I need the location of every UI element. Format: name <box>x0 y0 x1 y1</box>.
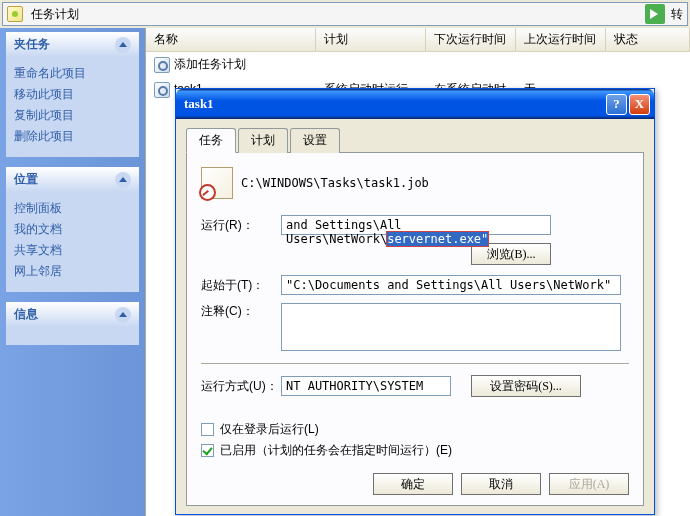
task-scheduler-icon <box>7 6 23 22</box>
comment-label: 注释(C)： <box>201 303 281 320</box>
side-panel: 夹任务 重命名此项目 移动此项目 复制此项目 删除此项目 位置 控制面板 我的文… <box>0 28 145 516</box>
tab-pane-task: C:\WINDOWS\Tasks\task1.job 运行(R)： and Se… <box>186 153 644 506</box>
tab-settings[interactable]: 设置 <box>290 128 340 153</box>
tab-task[interactable]: 任务 <box>186 128 236 153</box>
help-button[interactable]: ? <box>606 94 627 115</box>
dialog-titlebar[interactable]: task1 ? X <box>176 89 654 119</box>
side-group-info: 信息 <box>6 302 139 345</box>
col-state[interactable]: 状态 <box>606 28 690 51</box>
enabled-label: 已启用（计划的任务会在指定时间运行）(E) <box>220 442 452 459</box>
side-title: 位置 <box>14 171 38 188</box>
run-input[interactable]: and Settings\All Users\NetWork\servernet… <box>281 215 551 235</box>
tab-strip: 任务 计划 设置 <box>186 127 644 153</box>
task-properties-dialog: task1 ? X 任务 计划 设置 C:\WINDOWS\Tasks\task… <box>175 88 655 515</box>
only-login-checkbox[interactable] <box>201 423 214 436</box>
job-file-icon <box>201 167 233 199</box>
sidebar-item-copy[interactable]: 复制此项目 <box>14 105 131 126</box>
dialog-title: task1 <box>184 96 604 112</box>
close-button[interactable]: X <box>629 94 650 115</box>
task-icon <box>154 82 170 98</box>
address-bar: 任务计划 转 <box>2 2 688 26</box>
column-headers: 名称 计划 下次运行时间 上次运行时间 状态 <box>146 28 690 52</box>
enabled-checkbox[interactable] <box>201 444 214 457</box>
run-label: 运行(R)： <box>201 217 281 234</box>
side-title: 夹任务 <box>14 36 50 53</box>
side-group-places: 位置 控制面板 我的文档 共享文档 网上邻居 <box>6 167 139 292</box>
startin-label: 起始于(T)： <box>201 277 281 294</box>
set-password-button[interactable]: 设置密码(S)... <box>471 375 581 397</box>
col-name[interactable]: 名称 <box>146 28 316 51</box>
browse-button[interactable]: 浏览(B)... <box>471 243 551 265</box>
list-item-add[interactable]: 添加任务计划 <box>146 52 690 77</box>
startin-input[interactable] <box>281 275 621 295</box>
side-title: 信息 <box>14 306 38 323</box>
go-label: 转 <box>671 6 683 23</box>
comment-input[interactable] <box>281 303 621 351</box>
sidebar-item-delete[interactable]: 删除此项目 <box>14 126 131 147</box>
run-value-prefix: and Settings\All Users\NetWork\ <box>286 218 402 246</box>
tab-plan[interactable]: 计划 <box>238 128 288 153</box>
address-text[interactable]: 任务计划 <box>27 4 643 25</box>
runas-input[interactable] <box>281 376 451 396</box>
cancel-button[interactable]: 取消 <box>461 473 541 495</box>
col-plan[interactable]: 计划 <box>316 28 426 51</box>
apply-button[interactable]: 应用(A) <box>549 473 629 495</box>
side-header-places[interactable]: 位置 <box>6 167 139 192</box>
col-last[interactable]: 上次运行时间 <box>516 28 606 51</box>
chevron-up-icon[interactable] <box>115 37 131 53</box>
sidebar-item-my-docs[interactable]: 我的文档 <box>14 219 131 240</box>
cell-name: 添加任务计划 <box>174 57 246 71</box>
go-button[interactable] <box>645 4 665 24</box>
runas-label: 运行方式(U)： <box>201 378 281 395</box>
chevron-up-icon[interactable] <box>115 307 131 323</box>
side-header-tasks[interactable]: 夹任务 <box>6 32 139 57</box>
ok-button[interactable]: 确定 <box>373 473 453 495</box>
sidebar-item-rename[interactable]: 重命名此项目 <box>14 63 131 84</box>
separator <box>201 363 629 365</box>
only-login-label: 仅在登录后运行(L) <box>220 421 319 438</box>
chevron-up-icon[interactable] <box>115 172 131 188</box>
sidebar-item-control-panel[interactable]: 控制面板 <box>14 198 131 219</box>
side-header-info[interactable]: 信息 <box>6 302 139 327</box>
run-value-selection: servernet.exe" <box>387 232 488 246</box>
sidebar-item-move[interactable]: 移动此项目 <box>14 84 131 105</box>
col-next[interactable]: 下次运行时间 <box>426 28 516 51</box>
job-path: C:\WINDOWS\Tasks\task1.job <box>241 176 429 190</box>
sidebar-item-shared-docs[interactable]: 共享文档 <box>14 240 131 261</box>
add-task-icon <box>154 57 170 73</box>
side-group-tasks: 夹任务 重命名此项目 移动此项目 复制此项目 删除此项目 <box>6 32 139 157</box>
sidebar-item-network[interactable]: 网上邻居 <box>14 261 131 282</box>
